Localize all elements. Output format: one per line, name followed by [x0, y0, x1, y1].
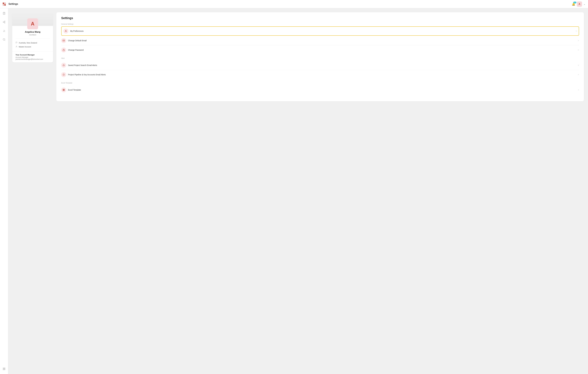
svg-line-12 — [4, 40, 5, 41]
sidebar-item-clipboard[interactable] — [2, 11, 7, 16]
sidebar-item-links[interactable] — [2, 20, 7, 24]
profile-avatar-large: A — [27, 18, 38, 29]
excel-template-chevron-icon: > — [578, 89, 579, 91]
preferences-label: My Preferences — [70, 30, 576, 32]
profile-card: A Angelica Wang Architect Australia, New… — [12, 12, 53, 62]
flag-icon — [16, 42, 17, 44]
general-section-label: General Settings — [61, 23, 579, 25]
user-avatar-button[interactable]: A — [577, 1, 582, 7]
profile-location: Australia, New Zealand — [16, 41, 50, 45]
saved-search-chevron-icon: > — [578, 64, 579, 66]
svg-line-7 — [4, 21, 4, 22]
svg-point-18 — [16, 46, 17, 47]
password-icon — [61, 47, 66, 53]
profile-info: Angelica Wang Architect Australia, New Z… — [12, 26, 53, 52]
settings-item-project-pipeline[interactable]: Project Pipeline & Key Accounts Email Al… — [61, 70, 579, 79]
settings-item-change-email[interactable]: Change Default Email > — [61, 36, 579, 45]
change-password-label: Change Password — [68, 49, 578, 51]
notification-badge: 22 — [573, 2, 576, 3]
account-type-text: Master Account — [19, 46, 31, 48]
logo — [3, 3, 6, 6]
settings-title: Settings — [61, 16, 579, 20]
change-email-label: Change Default Email — [68, 40, 578, 42]
svg-rect-0 — [4, 12, 4, 13]
alert-section-label: Alert — [61, 57, 579, 59]
svg-rect-13 — [3, 368, 4, 369]
app-body: A Angelica Wang Architect Australia, New… — [0, 8, 588, 374]
header-actions: 🔔 22 A ⌄ — [572, 1, 585, 7]
svg-line-6 — [4, 22, 4, 22]
project-pipeline-label: Project Pipeline & Key Accounts Email Al… — [68, 74, 578, 76]
profile-name: Angelica Wang — [16, 31, 50, 33]
svg-rect-15 — [3, 369, 4, 370]
svg-point-19 — [65, 30, 66, 31]
excel-icon — [61, 88, 66, 92]
excel-template-label: Excel Template — [68, 89, 578, 91]
profile-role: Architect — [16, 34, 50, 36]
project-pipeline-chevron-icon: > — [578, 74, 579, 76]
settings-item-my-preferences[interactable]: My Preferences > — [61, 26, 579, 36]
preferences-icon — [63, 29, 68, 33]
settings-item-saved-search[interactable]: Saved Project Search Email Alerts > — [61, 61, 579, 70]
preferences-chevron-icon: > — [576, 30, 577, 32]
project-pipeline-bell-icon — [61, 72, 66, 77]
excel-settings-section: Excel Template Excel Template > — [61, 82, 579, 95]
saved-search-bell-icon — [61, 63, 66, 68]
svg-rect-21 — [63, 89, 64, 91]
manager-title: Your Account Manager — [16, 54, 50, 56]
settings-panel: Settings General Settings My Preferences… — [56, 12, 584, 101]
user-icon — [16, 46, 17, 48]
email-icon — [61, 38, 66, 43]
excel-section-label: Excel Template — [61, 82, 579, 84]
settings-item-excel-template[interactable]: Excel Template > — [61, 85, 579, 95]
sidebar — [0, 8, 8, 374]
top-header: Settings 🔔 22 A ⌄ — [0, 0, 588, 8]
svg-rect-20 — [63, 50, 64, 51]
profile-meta: Australia, New Zealand Master Account — [16, 39, 50, 49]
chevron-down-icon[interactable]: ⌄ — [584, 3, 585, 5]
manager-email: youraccountmanager@bcicentral.com — [16, 58, 50, 60]
general-settings-section: General Settings My Preferences > Change… — [61, 23, 579, 55]
main-content: A Angelica Wang Architect Australia, New… — [8, 8, 588, 374]
notification-button[interactable]: 🔔 22 — [572, 2, 575, 6]
profile-manager: Your Account Manager Account Manager you… — [12, 52, 53, 62]
svg-rect-14 — [4, 368, 5, 369]
sidebar-item-chart[interactable] — [2, 28, 7, 33]
profile-card-banner: A — [12, 12, 53, 26]
settings-item-change-password[interactable]: Change Password > — [61, 45, 579, 55]
alert-settings-section: Alert Saved Project Search Email Alerts … — [61, 57, 579, 79]
location-text: Australia, New Zealand — [19, 42, 37, 44]
page-title: Settings — [9, 3, 18, 5]
manager-role: Account Manager — [16, 56, 50, 58]
saved-search-label: Saved Project Search Email Alerts — [68, 64, 578, 66]
svg-rect-16 — [4, 369, 5, 370]
profile-account-type: Master Account — [16, 45, 50, 49]
change-email-chevron-icon: > — [578, 40, 579, 42]
sidebar-item-search[interactable] — [2, 37, 7, 42]
change-password-chevron-icon: > — [578, 49, 579, 51]
sidebar-item-grid[interactable] — [2, 366, 7, 371]
